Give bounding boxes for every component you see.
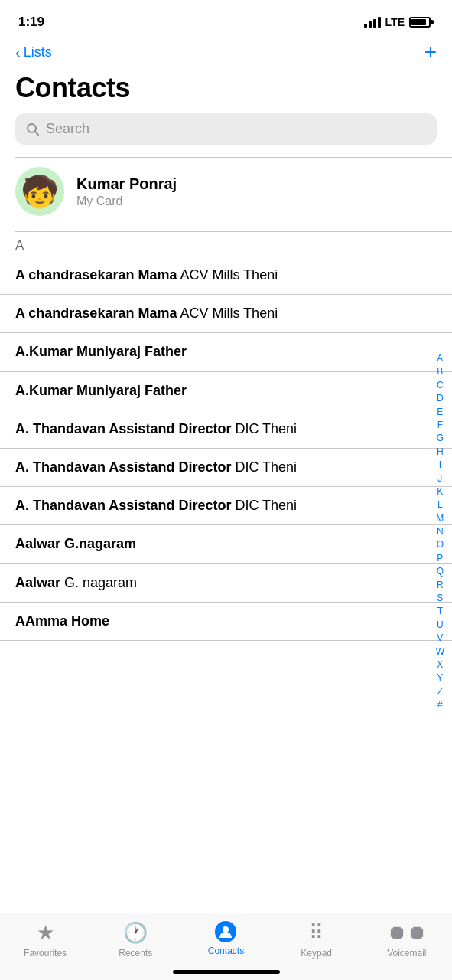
page-title: Contacts	[0, 69, 452, 113]
alpha-letter-s[interactable]: S	[434, 592, 446, 605]
contact-name: AAmma Home	[15, 613, 109, 629]
alpha-letter-e[interactable]: E	[434, 406, 446, 419]
tab-voicemail[interactable]: ⏺⏺ Voicemail	[376, 921, 437, 959]
contact-name: A. Thandavan Assistand Director DIC Then…	[15, 498, 297, 513]
contact-bold-part: A chandrasekaran Mama	[15, 305, 177, 321]
alpha-letter-b[interactable]: B	[434, 365, 446, 378]
contact-item[interactable]: Aalwar G. nagaram	[0, 564, 452, 603]
contact-normal-part: ACV Mills Theni	[177, 267, 278, 283]
contact-item[interactable]: AAmma Home	[0, 603, 452, 641]
alpha-letter-c[interactable]: C	[434, 379, 447, 392]
contact-item[interactable]: A chandrasekaran Mama ACV Mills Theni	[0, 295, 452, 333]
back-label: Lists	[24, 44, 52, 60]
battery-icon	[409, 17, 434, 28]
alpha-letter-h[interactable]: H	[434, 446, 447, 459]
tab-contacts-label: Contacts	[208, 946, 244, 956]
signal-icon	[364, 17, 381, 28]
tab-voicemail-label: Voicemail	[387, 948, 426, 959]
contact-bold-part: A.Kumar Muniyaraj Father	[15, 344, 187, 359]
tab-recents[interactable]: 🕐 Recents	[105, 921, 166, 959]
alpha-letter-r[interactable]: R	[434, 579, 447, 592]
alpha-letter-a[interactable]: A	[434, 352, 446, 365]
alpha-letter-i[interactable]: I	[436, 459, 444, 472]
contact-normal-part: DIC Theni	[231, 498, 297, 513]
alpha-letter-w[interactable]: W	[433, 645, 447, 658]
contact-bold-part: Aalwar	[15, 575, 60, 590]
contact-item[interactable]: A. Thandavan Assistand Director DIC Then…	[0, 487, 452, 525]
svg-point-2	[223, 926, 229, 933]
contact-bold-part: AAmma Home	[15, 613, 109, 629]
back-button[interactable]: ‹ Lists	[15, 44, 52, 61]
add-contact-button[interactable]: +	[424, 41, 437, 63]
tab-recents-label: Recents	[119, 948, 152, 959]
alpha-letter-u[interactable]: U	[434, 619, 447, 632]
contact-item[interactable]: A. Thandavan Assistand Director DIC Then…	[0, 449, 452, 487]
avatar-emoji: 🧒	[21, 174, 59, 210]
contact-item[interactable]: A.Kumar Muniyaraj Father	[0, 333, 452, 371]
lte-label: LTE	[385, 16, 405, 28]
contact-name: A.Kumar Muniyaraj Father	[15, 344, 187, 359]
tab-contacts[interactable]: Contacts	[195, 921, 256, 956]
my-card-info: Kumar Ponraj My Card	[76, 175, 177, 208]
search-placeholder: Search	[46, 121, 89, 137]
tab-keypad-label: Keypad	[301, 948, 332, 959]
home-indicator	[173, 970, 280, 974]
alpha-letter-o[interactable]: O	[434, 538, 447, 551]
contact-normal-part: DIC Theni	[231, 421, 297, 436]
star-icon: ★	[37, 921, 54, 945]
avatar: 🧒	[15, 167, 64, 216]
status-time: 1:19	[18, 15, 44, 30]
my-card-label: My Card	[76, 194, 177, 208]
contact-item[interactable]: A chandrasekaran Mama ACV Mills Theni	[0, 256, 452, 295]
alpha-letter-m[interactable]: M	[433, 512, 447, 525]
contact-name: Aalwar G. nagaram	[15, 575, 137, 590]
voicemail-icon: ⏺⏺	[387, 921, 427, 945]
alpha-letter-y[interactable]: Y	[434, 671, 446, 684]
contact-name: A.Kumar Muniyaraj Father	[15, 383, 187, 398]
keypad-icon: ⠿	[309, 921, 324, 945]
status-right: LTE	[364, 16, 434, 28]
search-bar[interactable]: Search	[15, 113, 437, 145]
alpha-letter-q[interactable]: Q	[434, 565, 447, 578]
contacts-list: A chandrasekaran Mama ACV Mills TheniA c…	[0, 256, 452, 641]
section-header-a: A	[0, 232, 452, 256]
contact-name: A. Thandavan Assistand Director DIC Then…	[15, 459, 297, 475]
nav-bar: ‹ Lists +	[0, 38, 452, 69]
tab-keypad[interactable]: ⠿ Keypad	[286, 921, 347, 959]
contact-bold-part: Aalwar G.nagaram	[15, 536, 136, 551]
contact-item[interactable]: Aalwar G.nagaram	[0, 525, 452, 564]
alpha-letter-j[interactable]: J	[434, 472, 445, 485]
alpha-letter-z[interactable]: Z	[434, 685, 446, 698]
contact-name: A chandrasekaran Mama ACV Mills Theni	[15, 267, 278, 283]
alpha-letter-t[interactable]: T	[434, 605, 446, 618]
contact-name: A. Thandavan Assistand Director DIC Then…	[15, 421, 297, 436]
my-card-name: Kumar Ponraj	[76, 175, 177, 193]
contact-bold-part: A. Thandavan Assistand Director	[15, 421, 231, 436]
alpha-letter-f[interactable]: F	[434, 419, 446, 432]
alpha-letter-p[interactable]: P	[434, 552, 446, 565]
alpha-letter-d[interactable]: D	[434, 392, 447, 405]
contact-item[interactable]: A.Kumar Muniyaraj Father	[0, 372, 452, 410]
alpha-letter-l[interactable]: L	[434, 498, 446, 511]
contact-name: Aalwar G.nagaram	[15, 536, 136, 551]
contact-bold-part: A.Kumar Muniyaraj Father	[15, 383, 187, 398]
contact-name: A chandrasekaran Mama ACV Mills Theni	[15, 305, 278, 321]
alpha-letter-#[interactable]: #	[434, 698, 446, 711]
back-chevron-icon: ‹	[15, 44, 21, 61]
alpha-letter-k[interactable]: K	[434, 485, 446, 498]
tab-favourites[interactable]: ★ Favourites	[15, 921, 76, 959]
alpha-index[interactable]: ABCDEFGHIJKLMNOPQRSTUVWXYZ#	[433, 352, 447, 712]
alpha-letter-x[interactable]: X	[434, 658, 446, 671]
status-bar: 1:19 LTE	[0, 0, 452, 38]
contact-bold-part: A. Thandavan Assistand Director	[15, 459, 231, 475]
contact-item[interactable]: A. Thandavan Assistand Director DIC Then…	[0, 410, 452, 449]
contact-bold-part: A. Thandavan Assistand Director	[15, 498, 231, 513]
clock-icon: 🕐	[123, 921, 148, 945]
contact-normal-part: DIC Theni	[231, 459, 297, 475]
alpha-letter-v[interactable]: V	[434, 632, 446, 645]
person-icon	[215, 921, 236, 942]
alpha-letter-g[interactable]: G	[434, 432, 447, 445]
my-card[interactable]: 🧒 Kumar Ponraj My Card	[0, 158, 452, 225]
alpha-letter-n[interactable]: N	[434, 525, 447, 538]
search-icon	[26, 122, 40, 136]
